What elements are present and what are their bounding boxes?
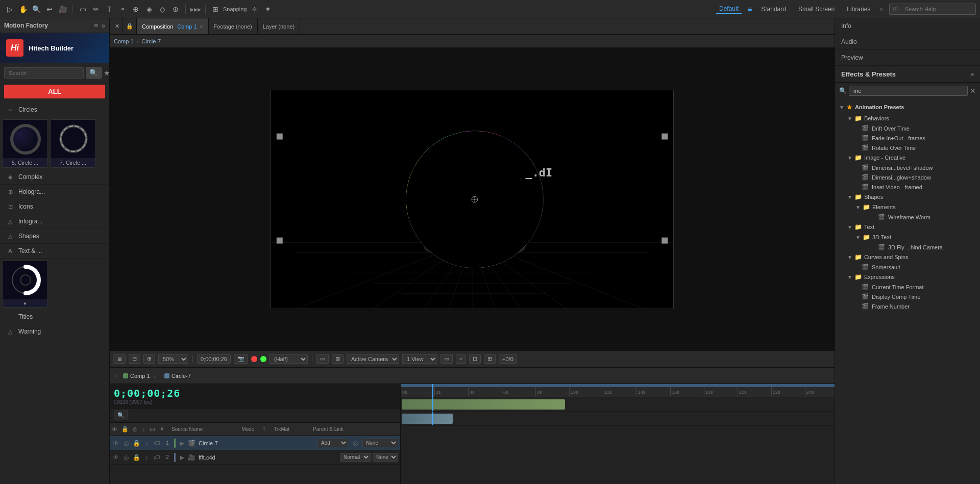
timeline-close-icon[interactable]: ✕ — [114, 372, 119, 379]
ep-search-clear-icon[interactable]: ✕ — [970, 87, 976, 95]
workspace-standard-btn[interactable]: Standard — [758, 5, 789, 14]
rotate-tool-icon[interactable]: ↩ — [44, 4, 55, 15]
ep-item-inset[interactable]: 🎬 Inset Video - framed — [843, 182, 980, 192]
text-tool-icon[interactable]: T — [104, 4, 115, 15]
layer2-trkmat-select[interactable]: None — [373, 453, 398, 462]
layer1-expand-icon[interactable]: ▶ — [178, 440, 186, 447]
camera-tool-icon[interactable]: 🎥 — [57, 4, 68, 15]
layer1-lock-icon[interactable]: 🔒 — [132, 440, 140, 447]
timeline-search-btn[interactable]: 🔍 — [114, 411, 128, 420]
ep-item-frame-number[interactable]: 🎬 Frame Number — [843, 301, 980, 311]
asset-thumb-3[interactable]: ● — [2, 261, 48, 308]
workspace-libraries-btn[interactable]: Libraries — [844, 5, 873, 14]
category-item-titles[interactable]: ≡ Titles — [0, 310, 109, 324]
workspace-default-btn[interactable]: Default — [716, 4, 742, 14]
ep-item-rotate[interactable]: 🎬 Rotate Over Time — [843, 143, 980, 152]
viewport-area[interactable]: _.dI — [110, 48, 835, 350]
rp-tab-info[interactable]: Info — [835, 18, 980, 34]
vc-transparency-icon[interactable]: ⊠ — [332, 354, 344, 364]
motion-path-icon[interactable]: ✶ — [262, 4, 274, 15]
brush-tool-icon[interactable]: ⁍ — [117, 4, 128, 15]
tab-footage[interactable]: Footage (none) — [209, 18, 258, 34]
ep-behaviors-header[interactable]: ▼ 📁 Behaviors — [843, 113, 980, 123]
layer1-parent-select[interactable]: None — [362, 439, 398, 447]
timeline-tracks[interactable] — [401, 397, 835, 484]
asset-thumb-7[interactable]: 7. Circle ... — [50, 119, 96, 168]
zoom-tool-icon[interactable]: 🔍 — [31, 4, 42, 15]
layer2-eye-icon[interactable]: 👁 — [112, 454, 120, 461]
layer2-lock-icon[interactable]: 🔒 — [132, 454, 140, 461]
category-item-shapes[interactable]: △ Shapes — [0, 229, 109, 244]
ep-animation-header[interactable]: ▼ ★ Animation Presets — [835, 101, 980, 113]
ep-item-somersault[interactable]: 🎬 Somersault — [843, 262, 980, 272]
ep-elements-header[interactable]: ▼ 📁 Elements — [851, 202, 980, 212]
category-item-text[interactable]: A Text & ... — [0, 244, 109, 259]
breadcrumb-comp[interactable]: Comp 1 — [114, 38, 134, 44]
layer1-solo-icon[interactable]: ◎ — [122, 440, 130, 447]
ep-3dtext-header[interactable]: ▼ 📁 3D Text — [851, 232, 980, 242]
roto-tool-icon[interactable]: ◇ — [157, 4, 168, 15]
layer1-tag-icon[interactable]: 🏷 — [153, 440, 161, 447]
vc-timecode-display[interactable]: 0;00;00;26 — [197, 354, 231, 364]
layer2-expand-icon[interactable]: ▶ — [178, 454, 186, 461]
eraser-tool-icon[interactable]: ◈ — [143, 4, 155, 15]
category-item-complex[interactable]: ◈ Complex — [0, 170, 109, 185]
ep-image-creative-header[interactable]: ▼ 📁 Image - Creative — [843, 152, 980, 163]
vc-grid2-icon[interactable]: ⊞ — [484, 354, 496, 364]
vc-grid-icon[interactable]: ⊟ — [129, 354, 140, 364]
ep-search-input[interactable] — [849, 86, 968, 96]
puppet-tool-icon[interactable]: ⊛ — [170, 4, 181, 15]
layer-row-2[interactable]: 👁 ◎ 🔒 ♪ 🏷 2 ▶ 🎥 ffft.c4d Normal Add — [110, 450, 400, 465]
ep-item-fade[interactable]: 🎬 Fade In+Out - frames — [843, 133, 980, 143]
vc-zoom-select[interactable]: 50% 100% 25% — [158, 354, 188, 364]
layer1-mode-select[interactable]: Add Normal Multiply — [317, 439, 348, 447]
breadcrumb-layer[interactable]: Circle-7 — [141, 38, 161, 44]
layer1-eye-icon[interactable]: 👁 — [112, 440, 120, 447]
ep-curves-header[interactable]: ▼ 📁 Curves and Spins — [843, 252, 980, 262]
vc-guides-icon[interactable]: ⊕ — [143, 354, 155, 364]
ep-item-drift[interactable]: 🎬 Drift Over Time — [843, 123, 980, 133]
tab-layer[interactable]: Layer (none) — [258, 18, 300, 34]
layer1-audio-icon[interactable]: ♪ — [142, 440, 151, 447]
rp-tab-audio[interactable]: Audio — [835, 34, 980, 50]
category-item-warning[interactable]: △ Warning — [0, 324, 109, 339]
ep-item-bevel[interactable]: 🎬 Dimensi...bevel+shadow — [843, 163, 980, 172]
panel-search-input[interactable] — [4, 67, 84, 79]
panel-search-btn[interactable]: 🔍 — [86, 67, 102, 79]
vc-camera-select[interactable]: Active Camera — [347, 354, 399, 364]
left-panel-expand-icon[interactable]: » — [101, 21, 105, 30]
select-tool-icon[interactable]: ▷ — [4, 4, 15, 15]
tab-close-icon[interactable]: ✕ — [112, 18, 123, 34]
tab-composition[interactable]: Composition Comp 1 ≡ — [137, 18, 209, 34]
all-filter-btn[interactable]: ALL — [4, 85, 105, 98]
vc-view-select[interactable]: 1 View 2 Views 4 Views — [402, 354, 437, 364]
ep-shapes-header[interactable]: ▼ 📁 Shapes — [843, 192, 980, 202]
left-panel-menu-icon[interactable]: ≡ — [94, 21, 98, 30]
category-item-infogra[interactable]: △ Infogra... — [0, 214, 109, 229]
shape-tool-icon[interactable]: ▭ — [77, 4, 88, 15]
ep-expressions-header[interactable]: ▼ 📁 Expressions — [843, 272, 980, 282]
category-item-circles[interactable]: ○ Circles — [0, 103, 109, 117]
layer2-mode-select[interactable]: Normal Add — [340, 453, 371, 462]
layer2-solo-icon[interactable]: ◎ — [122, 454, 130, 461]
snapping-options-icon[interactable]: ⟡ — [249, 4, 260, 15]
ep-item-display-comp[interactable]: 🎬 Display Comp Time — [843, 292, 980, 301]
preview-icon[interactable]: ▸▸▸ — [190, 4, 201, 15]
asset-thumb-5[interactable]: 5. Circle ... — [2, 119, 48, 168]
ep-text-header[interactable]: ▼ 📁 Text — [843, 222, 980, 232]
vc-quality-select[interactable]: (Half) (Full) (Quarter) — [270, 354, 308, 364]
ep-item-current-time[interactable]: 🎬 Current Time Format — [843, 282, 980, 292]
ep-item-glow[interactable]: 🎬 Dimensi...glow+shadow — [843, 172, 980, 182]
clone-tool-icon[interactable]: ⊕ — [130, 4, 141, 15]
category-item-icons[interactable]: ⊡ Icons — [0, 199, 109, 214]
global-search-input[interactable] — [901, 5, 972, 13]
snapping-icon[interactable]: ⊞ — [210, 4, 221, 15]
ep-menu-icon[interactable]: ≡ — [970, 71, 974, 78]
vc-fast-preview-icon[interactable]: ▭ — [440, 354, 453, 364]
timeline-ruler[interactable]: 0s 2s 4s 6s 8s 10s 12s 14s 16s 18s 20s 2… — [401, 384, 835, 397]
layer-row-1[interactable]: 👁 ◎ 🔒 ♪ 🏷 1 ▶ 🎬 Circle-7 Add Normal — [110, 436, 400, 450]
ep-item-wireframe[interactable]: 🎬 Wireframe Worm — [851, 212, 980, 222]
vc-3d-icon[interactable]: ⊡ — [469, 354, 481, 364]
workspace-small-btn[interactable]: Small Screen — [795, 5, 838, 14]
vc-snapshot-btn[interactable]: 📷 — [234, 354, 248, 364]
